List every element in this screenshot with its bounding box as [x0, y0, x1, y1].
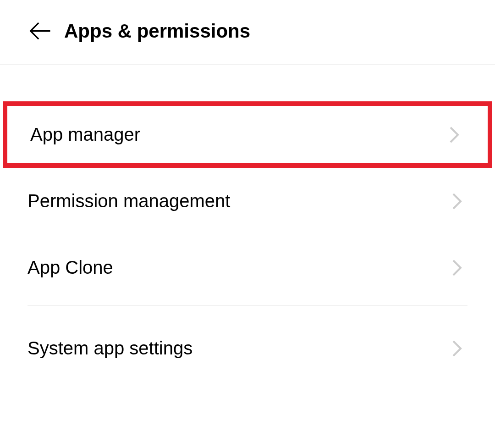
chevron-right-icon — [451, 259, 463, 277]
chevron-right-icon — [448, 126, 460, 144]
page-title: Apps & permissions — [64, 20, 250, 42]
list-item-system-app-settings[interactable]: System app settings — [0, 306, 495, 382]
settings-list: App manager Permission management App Cl… — [0, 65, 495, 382]
list-item-label: System app settings — [28, 338, 192, 359]
list-item-label: App Clone — [28, 257, 113, 278]
list-item-label: App manager — [30, 124, 140, 145]
back-arrow-icon[interactable] — [28, 18, 53, 44]
list-item-permission-management[interactable]: Permission management — [0, 168, 495, 234]
header: Apps & permissions — [0, 0, 495, 65]
list-item-label: Permission management — [28, 191, 230, 211]
chevron-right-icon — [451, 339, 463, 358]
list-item-app-clone[interactable]: App Clone — [0, 234, 495, 301]
list-item-app-manager[interactable]: App manager — [3, 101, 492, 168]
chevron-right-icon — [451, 192, 463, 210]
